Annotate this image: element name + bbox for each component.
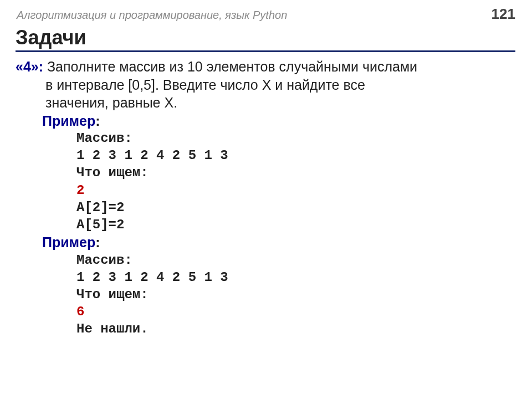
example1-label: Пример: [42,112,515,130]
example2-l4: 6 [76,303,515,320]
task-text-3: значения, равные X. [45,94,515,112]
example1-l1: Массив: [76,130,515,147]
subject-text: Алгоритмизация и программирование, язык … [17,9,287,22]
example2-l2: 1 2 3 1 2 4 2 5 1 3 [76,269,515,286]
slide-header: Алгоритмизация и программирование, язык … [0,0,532,23]
example1-l3: Что ищем: [76,164,515,181]
page-number: 121 [492,6,515,23]
example2-l1: Массив: [76,252,515,269]
example1-l6: A[5]=2 [76,216,515,233]
example1-l5: A[2]=2 [76,199,515,216]
example2-label: Пример: [42,233,515,252]
task-line-1: «4»: Заполните массив из 10 элементов сл… [16,58,515,76]
slide-content: «4»: Заполните массив из 10 элементов сл… [0,52,532,338]
example1-l4: 2 [76,182,515,199]
task-text-2: в интервале [0,5]. Введите число X и най… [45,76,515,94]
example1-l2: 1 2 3 1 2 4 2 5 1 3 [76,147,515,164]
example2-l5: Не нашли. [76,320,515,337]
task-text-1: Заполните массив из 10 элементов случайн… [47,59,417,74]
slide-title: Задачи [16,26,515,52]
example2-l3: Что ищем: [76,286,515,303]
task-label: «4»: [16,59,43,74]
